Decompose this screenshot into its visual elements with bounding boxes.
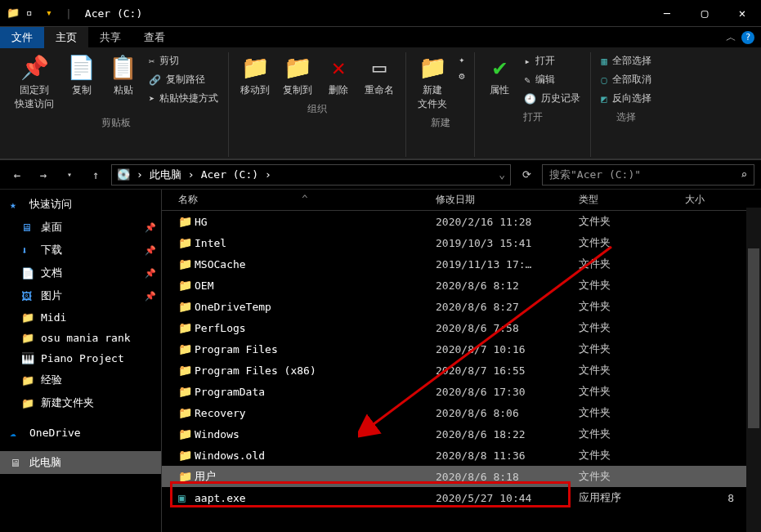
copypath-button[interactable]: 🔗复制路径 <box>145 71 222 88</box>
sidebar-item-newfolder[interactable]: 新建文件夹 <box>0 391 161 414</box>
window-title: Acer (C:) <box>85 7 142 20</box>
maximize-button[interactable] <box>686 0 723 26</box>
sidebar-item-downloads[interactable]: ⬇下载📌 <box>0 239 161 262</box>
col-type[interactable]: 类型 <box>579 193 685 207</box>
file-date: 2020/8/6 8:27 <box>436 301 579 313</box>
table-row[interactable]: 用户2020/8/6 8:18文件夹 <box>162 466 761 487</box>
moveto-button[interactable]: 📁移动到 <box>235 52 275 99</box>
pin-icon: 📌 <box>20 54 49 80</box>
file-name: Windows.old <box>195 449 436 462</box>
table-row[interactable]: Program Files (x86)2020/8/7 16:55文件夹 <box>162 360 761 381</box>
edit-icon: ✎ <box>524 74 530 86</box>
pin-button[interactable]: 📌 固定到 快速访问 <box>10 52 59 113</box>
qat-dropdown-icon[interactable]: ▾ <box>46 7 59 20</box>
sidebar-item-desktop[interactable]: 🖥桌面📌 <box>0 216 161 239</box>
chevron-right-icon[interactable]: › <box>263 168 273 181</box>
folder-icon <box>21 332 34 344</box>
table-row[interactable]: Program Files2020/8/7 10:16文件夹 <box>162 338 761 360</box>
tab-file[interactable]: 文件 <box>0 27 44 48</box>
table-row[interactable]: PerfLogs2020/8/6 7:58文件夹 <box>162 317 761 338</box>
pin-icon: 📌 <box>145 268 156 279</box>
sidebar-item-documents[interactable]: 📄文档📌 <box>0 262 161 284</box>
table-row[interactable]: Windows2020/8/6 18:22文件夹 <box>162 423 761 445</box>
open-button[interactable]: ▸打开 <box>521 52 584 69</box>
cut-button[interactable]: ✂剪切 <box>145 52 222 69</box>
sidebar-item-pictures[interactable]: 🖼图片📌 <box>0 284 161 307</box>
delete-icon: ✕ <box>332 54 346 80</box>
sidebar-item-osumania[interactable]: osu mania rank <box>0 328 161 348</box>
sidebar-item-jingyan[interactable]: 经验 <box>0 369 161 391</box>
forward-button[interactable]: → <box>33 164 54 186</box>
paste-button[interactable]: 📋 粘贴 <box>104 52 142 99</box>
sidebar-item-quickaccess[interactable]: ★快速访问 <box>0 193 161 216</box>
help-icon[interactable]: ? <box>741 31 754 44</box>
folder-icon <box>21 374 34 387</box>
search-input[interactable]: 搜索"Acer (C:)" ⌕ <box>542 164 754 186</box>
breadcrumb[interactable]: 💽 › 此电脑 › Acer (C:) › ⌄ <box>111 164 511 186</box>
col-date[interactable]: 修改日期 <box>436 193 579 207</box>
newfolder-button[interactable]: 📁新建 文件夹 <box>413 52 452 113</box>
delete-button[interactable]: ✕删除 <box>320 52 356 99</box>
file-type: 文件夹 <box>579 469 685 484</box>
file-type: 文件夹 <box>579 448 685 463</box>
file-date: 2020/8/6 8:18 <box>436 471 579 483</box>
table-row[interactable]: Recovery2020/8/6 8:06文件夹 <box>162 402 761 423</box>
pasteshortcut-button[interactable]: ➤粘贴快捷方式 <box>145 90 222 107</box>
col-name[interactable]: 名称 ^ <box>178 193 436 207</box>
sidebar-item-thispc[interactable]: 🖥此电脑 <box>0 451 161 474</box>
scrollbar-thumb[interactable] <box>748 248 759 428</box>
file-date: 2020/5/27 10:44 <box>436 492 579 504</box>
table-row[interactable]: HG2020/2/16 11:28文件夹 <box>162 211 761 232</box>
selectall-button[interactable]: ▦全部选择 <box>598 52 654 69</box>
chevron-right-icon[interactable]: › <box>135 168 145 181</box>
table-row[interactable]: OEM2020/8/6 8:12文件夹 <box>162 275 761 296</box>
copy-button[interactable]: 📄 复制 <box>62 52 101 99</box>
file-date: 2020/8/8 11:36 <box>436 449 579 462</box>
rename-button[interactable]: ▭重命名 <box>360 52 399 99</box>
file-type: 文件夹 <box>579 342 685 356</box>
properties-button[interactable]: ✔属性 <box>481 52 517 99</box>
cloud-icon: ☁ <box>10 427 23 439</box>
back-button[interactable]: ← <box>7 164 28 186</box>
tab-share[interactable]: 共享 <box>88 27 132 48</box>
table-row[interactable]: Intel2019/10/3 15:41文件夹 <box>162 232 761 253</box>
refresh-button[interactable]: ⟳ <box>516 164 537 186</box>
chevron-up-icon[interactable]: ︿ <box>726 30 736 45</box>
col-size[interactable]: 大小 <box>685 193 734 207</box>
table-row[interactable]: OneDriveTemp2020/8/6 8:27文件夹 <box>162 296 761 317</box>
save-qat-icon[interactable]: ▫ <box>26 7 39 20</box>
chevron-right-icon[interactable]: › <box>186 168 196 181</box>
close-button[interactable] <box>723 0 761 26</box>
tab-view[interactable]: 查看 <box>132 27 177 48</box>
breadcrumb-dropdown-icon[interactable]: ⌄ <box>499 168 505 181</box>
content-area: ★快速访问 🖥桌面📌 ⬇下载📌 📄文档📌 🖼图片📌 Midi osu mania… <box>0 190 761 532</box>
up-button[interactable]: ↑ <box>85 164 106 186</box>
breadcrumb-root[interactable]: 此电脑 <box>150 168 181 182</box>
history-button[interactable]: 🕘历史记录 <box>521 90 584 107</box>
ribbon-group-select: ▦全部选择 ▢全部取消 ◩反向选择 选择 <box>591 52 660 157</box>
easyaccess-button[interactable]: ⚙ <box>455 69 468 83</box>
sidebar-item-onedrive[interactable]: ☁OneDrive <box>0 422 161 443</box>
file-name: MSOCache <box>195 258 436 270</box>
file-name: ProgramData <box>195 386 436 398</box>
selectnone-button[interactable]: ▢全部取消 <box>598 71 654 88</box>
sidebar-item-midi[interactable]: Midi <box>0 307 161 328</box>
tab-home[interactable]: 主页 <box>44 27 88 48</box>
edit-button[interactable]: ✎编辑 <box>521 71 584 88</box>
scrollbar-vertical[interactable] <box>746 208 761 532</box>
sidebar-item-piano[interactable]: 🎹Piano Project <box>0 348 161 369</box>
desktop-icon: 🖥 <box>21 221 34 234</box>
table-row[interactable]: ProgramData2020/8/6 17:30文件夹 <box>162 381 761 402</box>
breadcrumb-current[interactable]: Acer (C:) <box>201 168 258 181</box>
table-row[interactable]: Windows.old2020/8/8 11:36文件夹 <box>162 445 761 466</box>
table-row[interactable]: MSOCache2019/11/13 17:…文件夹 <box>162 253 761 275</box>
newitem-button[interactable]: ✦ <box>455 52 468 67</box>
recent-button[interactable]: ▾ <box>59 164 80 186</box>
menubar: 文件 主页 共享 查看 ︿ ? <box>0 26 761 47</box>
copyto-button[interactable]: 📁复制到 <box>278 52 317 99</box>
invertselect-button[interactable]: ◩反向选择 <box>598 90 654 107</box>
folder-icon <box>178 406 195 419</box>
table-row[interactable]: aapt.exe2020/5/27 10:44应用程序8 <box>162 487 761 508</box>
minimize-button[interactable] <box>648 0 686 26</box>
file-date: 2020/8/6 7:58 <box>436 322 579 334</box>
